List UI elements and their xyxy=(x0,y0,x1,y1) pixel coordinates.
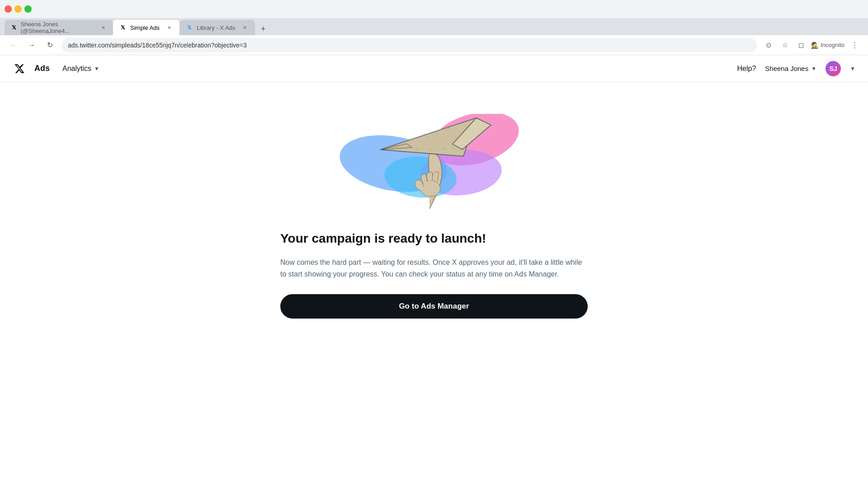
svg-point-8 xyxy=(434,192,436,194)
incognito-label: Incognito xyxy=(821,42,844,48)
user-chevron-icon: ▼ xyxy=(811,66,816,72)
browser-tab-2[interactable]: 𝕏 Simple Ads ✕ xyxy=(113,20,179,35)
bookmark-icon[interactable]: ☆ xyxy=(778,39,791,52)
header-left: Ads Analytics ▼ xyxy=(13,62,104,75)
browser-chrome: 𝕏 Sheena Jones (@SheenaJone4... ✕ 𝕏 Simp… xyxy=(0,0,868,55)
x-logo[interactable] xyxy=(13,62,26,75)
svg-point-4 xyxy=(420,180,440,197)
campaign-illustration xyxy=(326,100,542,218)
address-text: ads.twitter.com/simpleads/18ce55njq7n/ce… xyxy=(68,42,247,49)
analytics-button[interactable]: Analytics ▼ xyxy=(58,62,104,75)
incognito-badge: Incognito xyxy=(811,42,844,49)
svg-point-6 xyxy=(433,198,434,200)
tab3-label: Library - X Ads xyxy=(197,24,235,31)
analytics-chevron-icon: ▼ xyxy=(94,66,99,72)
minimize-window-button[interactable] xyxy=(14,5,22,13)
tab3-close-button[interactable]: ✕ xyxy=(241,23,249,32)
app-header: Ads Analytics ▼ Help? Sheena Jones ▼ SJ … xyxy=(0,55,868,82)
browser-tab-1[interactable]: 𝕏 Sheena Jones (@SheenaJone4... ✕ xyxy=(5,20,113,35)
tab3-favicon-icon: 𝕏 xyxy=(186,24,193,31)
avatar-initials: SJ xyxy=(830,65,837,72)
analytics-label: Analytics xyxy=(62,65,91,73)
browser-tab-3[interactable]: 𝕏 Library - X Ads ✕ xyxy=(179,20,255,35)
main-content: Your campaign is ready to launch! Now co… xyxy=(0,82,868,337)
cast-icon[interactable]: ⊙ xyxy=(762,39,775,52)
user-menu-button[interactable]: Sheena Jones ▼ xyxy=(765,65,816,72)
tab1-close-button[interactable]: ✕ xyxy=(100,23,107,32)
address-bar[interactable]: ads.twitter.com/simpleads/18ce55njq7n/ce… xyxy=(61,38,757,52)
close-window-button[interactable] xyxy=(5,5,12,13)
window-controls xyxy=(5,5,32,13)
forward-button[interactable]: → xyxy=(25,39,38,52)
browser-addressbar: ← → ↻ ads.twitter.com/simpleads/18ce55nj… xyxy=(0,35,868,55)
profile-icon[interactable]: ◻ xyxy=(795,39,807,52)
go-to-ads-manager-button[interactable]: Go to Ads Manager xyxy=(280,294,588,319)
new-tab-button[interactable]: + xyxy=(257,23,269,35)
tab1-favicon-icon: 𝕏 xyxy=(11,24,17,31)
svg-point-7 xyxy=(431,195,433,196)
svg-point-5 xyxy=(430,202,431,203)
maximize-window-button[interactable] xyxy=(24,5,32,13)
svg-point-9 xyxy=(428,198,429,199)
menu-icon[interactable]: ⋮ xyxy=(848,39,861,52)
ads-label: Ads xyxy=(34,64,50,73)
tab1-label: Sheena Jones (@SheenaJone4... xyxy=(20,21,94,34)
svg-point-12 xyxy=(425,189,426,190)
reload-button[interactable]: ↻ xyxy=(43,39,56,52)
browser-tabs: 𝕏 Sheena Jones (@SheenaJone4... ✕ 𝕏 Simp… xyxy=(0,18,868,35)
x-logo-icon xyxy=(14,63,25,74)
svg-point-11 xyxy=(434,185,434,186)
paper-plane-hand-svg xyxy=(330,105,538,213)
avatar[interactable]: SJ xyxy=(826,61,841,76)
help-button[interactable]: Help? xyxy=(737,65,756,73)
avatar-chevron-icon: ▼ xyxy=(850,66,855,72)
back-button[interactable]: ← xyxy=(7,39,20,52)
campaign-heading: Your campaign is ready to launch! xyxy=(280,231,588,246)
user-name-label: Sheena Jones xyxy=(765,65,808,72)
browser-titlebar xyxy=(0,0,868,18)
svg-point-10 xyxy=(436,188,437,189)
tab2-favicon-icon: 𝕏 xyxy=(119,24,127,31)
campaign-description: Now comes the hard part — waiting for re… xyxy=(280,257,588,280)
tab2-label: Simple Ads xyxy=(130,24,160,31)
tab2-close-button[interactable]: ✕ xyxy=(165,23,173,32)
address-right-icons: ⊙ ☆ ◻ Incognito ⋮ xyxy=(762,39,861,52)
header-right: Help? Sheena Jones ▼ SJ ▼ xyxy=(737,61,855,76)
